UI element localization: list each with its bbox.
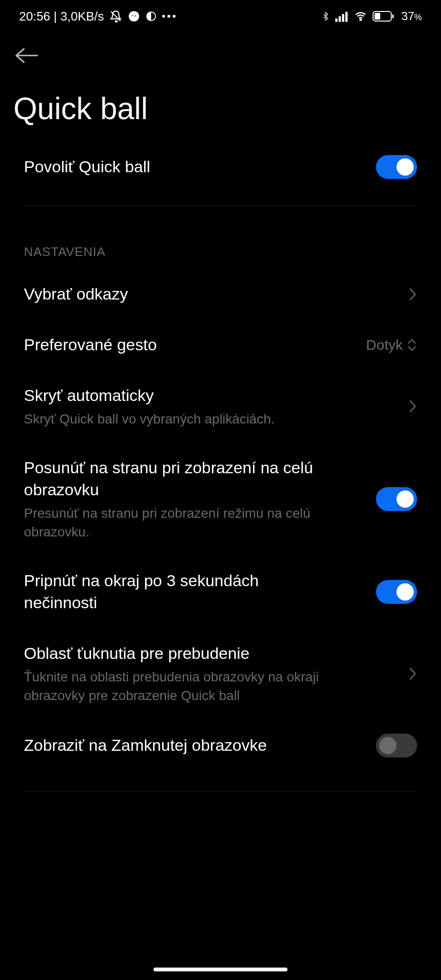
select-links-row[interactable]: Vybrať odkazy — [24, 269, 417, 320]
svg-rect-10 — [392, 14, 394, 18]
back-button[interactable] — [13, 42, 40, 69]
page-title: Quick ball — [0, 69, 441, 141]
svg-rect-4 — [339, 16, 341, 22]
tap-area-wake-title: Oblasť ťuknutia pre prebudenie — [24, 643, 347, 665]
dnd-mute-icon — [110, 10, 122, 22]
preferred-gesture-row[interactable]: Preferované gesto Dotyk — [24, 320, 417, 370]
contrast-icon — [146, 11, 156, 22]
sort-icon — [407, 338, 417, 352]
hide-auto-sub: Skryť Quick ball vo vybraných aplikáciác… — [24, 410, 397, 428]
svg-rect-6 — [345, 12, 348, 22]
messenger-icon — [128, 10, 140, 22]
bluetooth-icon — [321, 10, 331, 22]
enable-quickball-row[interactable]: Povoliť Quick ball — [24, 141, 417, 193]
move-fullscreen-title: Posunúť na stranu pri zobrazení na celú … — [24, 457, 319, 501]
chevron-right-icon — [408, 287, 417, 301]
svg-rect-3 — [335, 19, 338, 22]
select-links-title: Vybrať odkazy — [24, 283, 397, 305]
preferred-gesture-title: Preferované gesto — [24, 334, 354, 356]
battery-icon — [373, 11, 395, 22]
hide-auto-row[interactable]: Skryť automaticky Skryť Quick ball vo vy… — [24, 370, 417, 443]
svg-rect-5 — [342, 14, 344, 22]
signal-icon — [335, 11, 349, 22]
move-fullscreen-toggle[interactable] — [376, 487, 417, 511]
show-lock-toggle[interactable] — [376, 734, 417, 757]
chevron-right-icon — [408, 399, 417, 413]
svg-rect-9 — [375, 13, 380, 20]
battery-percent: 37% — [401, 10, 422, 23]
divider — [24, 791, 417, 791]
status-bar: 20:56 | 3,0KB/s 37% — [0, 0, 441, 33]
move-fullscreen-sub: Presunúť na stranu pri zobrazení režimu … — [24, 504, 319, 541]
status-bar-left: 20:56 | 3,0KB/s — [19, 9, 176, 24]
header — [0, 33, 441, 69]
status-bar-right: 37% — [321, 10, 422, 23]
svg-point-1 — [129, 11, 140, 22]
chevron-right-icon — [408, 667, 417, 681]
status-clock: 20:56 | 3,0KB/s — [19, 9, 104, 24]
svg-point-7 — [360, 19, 362, 21]
tap-area-wake-sub: Ťuknite na oblasti prebudenia obrazovky … — [24, 668, 347, 705]
hide-auto-title: Skryť automaticky — [24, 385, 397, 407]
tap-area-wake-row[interactable]: Oblasť ťuknutia pre prebudenie Ťuknite n… — [24, 628, 417, 719]
show-lock-row[interactable]: Zobraziť na Zamknutej obrazovke — [24, 719, 417, 772]
enable-quickball-title: Povoliť Quick ball — [24, 156, 364, 178]
section-label-settings: NASTAVENIA — [24, 206, 417, 269]
pin-edge-toggle[interactable] — [376, 580, 417, 604]
pin-edge-title: Pripnúť na okraj po 3 sekundách nečinnos… — [24, 570, 319, 614]
move-fullscreen-row[interactable]: Posunúť na stranu pri zobrazení na celú … — [24, 443, 417, 556]
wifi-icon — [353, 11, 368, 22]
preferred-gesture-value: Dotyk — [366, 337, 403, 353]
show-lock-title: Zobraziť na Zamknutej obrazovke — [24, 735, 364, 757]
pin-edge-row[interactable]: Pripnúť na okraj po 3 sekundách nečinnos… — [24, 556, 417, 628]
more-dots-icon — [162, 15, 176, 18]
nav-handle[interactable] — [154, 968, 287, 971]
enable-quickball-toggle[interactable] — [376, 155, 417, 179]
